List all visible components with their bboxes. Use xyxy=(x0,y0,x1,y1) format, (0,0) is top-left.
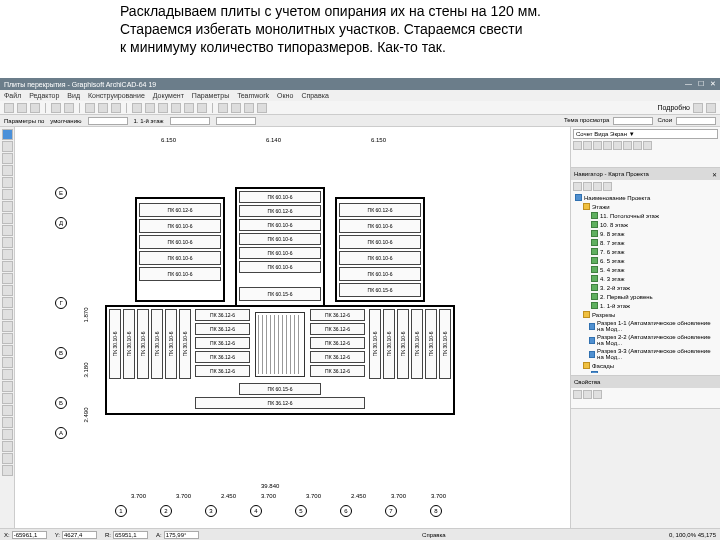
menu-edit[interactable]: Редактор xyxy=(29,92,59,99)
menu-options[interactable]: Параметры xyxy=(192,92,229,99)
lamp-tool-icon[interactable] xyxy=(2,273,13,284)
tb-tool-icon[interactable] xyxy=(693,103,703,113)
wall-tool-icon[interactable] xyxy=(2,153,13,164)
tb-tool-icon[interactable] xyxy=(171,103,181,113)
door-tool-icon[interactable] xyxy=(2,165,13,176)
opt-input[interactable] xyxy=(88,117,128,125)
tb-tool-icon[interactable] xyxy=(145,103,155,113)
tree-item[interactable]: Разрез 3-3 (Автоматическое обновление на… xyxy=(573,347,718,361)
tb-open-icon[interactable] xyxy=(17,103,27,113)
tb-paste-icon[interactable] xyxy=(111,103,121,113)
prop-btn-icon[interactable] xyxy=(573,390,582,399)
tb-redo-icon[interactable] xyxy=(64,103,74,113)
minimize-icon[interactable]: — xyxy=(685,80,692,88)
zone-tool-icon[interactable] xyxy=(2,249,13,260)
coord-y-input[interactable] xyxy=(62,531,97,539)
maximize-icon[interactable]: ☐ xyxy=(698,80,704,88)
opt-layers-input[interactable] xyxy=(676,117,716,125)
fill-tool-icon[interactable] xyxy=(2,333,13,344)
tree-item[interactable]: 9. 8 этаж xyxy=(573,229,718,238)
navigator-tree[interactable]: Наименование ПроектаЭтажи11. Потолочный … xyxy=(573,193,718,373)
mini-btn-icon[interactable] xyxy=(593,141,602,150)
roof-tool-icon[interactable] xyxy=(2,225,13,236)
object-tool-icon[interactable] xyxy=(2,261,13,272)
detail-tool-icon[interactable] xyxy=(2,441,13,452)
tb-tool-icon[interactable] xyxy=(231,103,241,113)
menu-design[interactable]: Конструирование xyxy=(88,92,145,99)
tb-undo-icon[interactable] xyxy=(51,103,61,113)
tb-cut-icon[interactable] xyxy=(85,103,95,113)
tb-tool-icon[interactable] xyxy=(706,103,716,113)
spline-tool-icon[interactable] xyxy=(2,381,13,392)
tb-new-icon[interactable] xyxy=(4,103,14,113)
tree-item[interactable]: 2. Первый уровень xyxy=(573,292,718,301)
tb-tool-icon[interactable] xyxy=(132,103,142,113)
stair-tool-icon[interactable] xyxy=(2,285,13,296)
mini-btn-icon[interactable] xyxy=(643,141,652,150)
opt-theme-input[interactable] xyxy=(613,117,653,125)
tree-item[interactable]: 7. 6 этаж xyxy=(573,247,718,256)
tree-item[interactable]: 4. 3 этаж xyxy=(573,274,718,283)
arrow-tool-icon[interactable] xyxy=(2,129,13,140)
tb-tool-icon[interactable] xyxy=(158,103,168,113)
tree-item[interactable]: Разрез 1-1 (Автоматическое обновление на… xyxy=(573,319,718,333)
menu-view[interactable]: Вид xyxy=(67,92,80,99)
dimension-tool-icon[interactable] xyxy=(2,297,13,308)
tree-item[interactable]: 10. 8 этаж xyxy=(573,220,718,229)
view-combo[interactable]: Сочет Вида Экран ▼ xyxy=(573,129,718,139)
tree-item[interactable]: Фасад 1-1 (Чертеж) xyxy=(573,370,718,373)
drawing-canvas[interactable]: 6.150 6.140 6.150 Е Д Г В Б А 1.870 3.18… xyxy=(15,127,570,528)
prop-btn-icon[interactable] xyxy=(593,390,602,399)
opt-input[interactable] xyxy=(216,117,256,125)
line-tool-icon[interactable] xyxy=(2,345,13,356)
mini-btn-icon[interactable] xyxy=(573,141,582,150)
panel-close-icon[interactable]: ✕ xyxy=(712,171,717,178)
marquee-tool-icon[interactable] xyxy=(2,141,13,152)
tb-copy-icon[interactable] xyxy=(98,103,108,113)
mesh-tool-icon[interactable] xyxy=(2,237,13,248)
hotspot-tool-icon[interactable] xyxy=(2,393,13,404)
tb-tool-icon[interactable] xyxy=(218,103,228,113)
nav-tab-icon[interactable] xyxy=(593,182,602,191)
menu-document[interactable]: Документ xyxy=(153,92,184,99)
close-icon[interactable]: ✕ xyxy=(710,80,716,88)
coord-r-input[interactable] xyxy=(113,531,148,539)
camera-tool-icon[interactable] xyxy=(2,465,13,476)
section-tool-icon[interactable] xyxy=(2,417,13,428)
nav-tab-icon[interactable] xyxy=(573,182,582,191)
tb-save-icon[interactable] xyxy=(30,103,40,113)
tb-tool-icon[interactable] xyxy=(257,103,267,113)
mini-btn-icon[interactable] xyxy=(623,141,632,150)
mini-btn-icon[interactable] xyxy=(603,141,612,150)
tree-item[interactable]: Фасады xyxy=(573,361,718,370)
label-tool-icon[interactable] xyxy=(2,321,13,332)
tb-tool-icon[interactable] xyxy=(184,103,194,113)
nav-tab-icon[interactable] xyxy=(603,182,612,191)
opt-floor[interactable]: 1. 1-й этаж xyxy=(134,118,164,124)
tree-item[interactable]: Этажи xyxy=(573,202,718,211)
window-tool-icon[interactable] xyxy=(2,177,13,188)
tree-item[interactable]: 11. Потолочный этаж xyxy=(573,211,718,220)
mini-btn-icon[interactable] xyxy=(583,141,592,150)
tree-item[interactable]: Разрезы xyxy=(573,310,718,319)
polyline-tool-icon[interactable] xyxy=(2,369,13,380)
worksheet-tool-icon[interactable] xyxy=(2,453,13,464)
beam-tool-icon[interactable] xyxy=(2,201,13,212)
menu-teamwork[interactable]: Teamwork xyxy=(237,92,269,99)
tree-item[interactable]: Наименование Проекта xyxy=(573,193,718,202)
column-tool-icon[interactable] xyxy=(2,189,13,200)
menu-window[interactable]: Окно xyxy=(277,92,293,99)
tb-tool-icon[interactable] xyxy=(244,103,254,113)
menu-file[interactable]: Файл xyxy=(4,92,21,99)
tree-item[interactable]: Разрез 2-2 (Автоматическое обновление на… xyxy=(573,333,718,347)
nav-tab-icon[interactable] xyxy=(583,182,592,191)
coord-a-input[interactable] xyxy=(164,531,199,539)
tree-item[interactable]: 6. 5 этаж xyxy=(573,256,718,265)
menu-help[interactable]: Справка xyxy=(301,92,328,99)
mini-btn-icon[interactable] xyxy=(633,141,642,150)
arc-tool-icon[interactable] xyxy=(2,357,13,368)
mini-btn-icon[interactable] xyxy=(613,141,622,150)
text-tool-icon[interactable] xyxy=(2,309,13,320)
tree-item[interactable]: 1. 1-й этаж xyxy=(573,301,718,310)
coord-x-input[interactable] xyxy=(12,531,47,539)
